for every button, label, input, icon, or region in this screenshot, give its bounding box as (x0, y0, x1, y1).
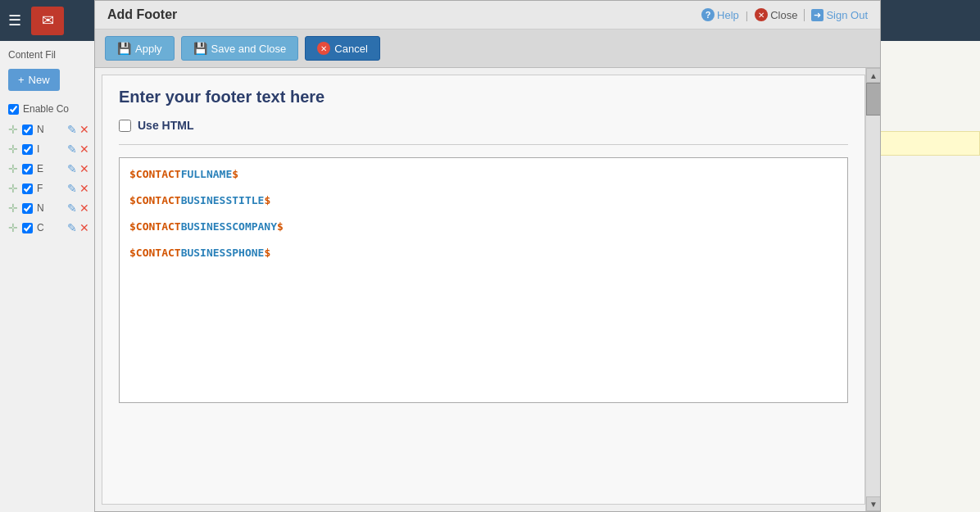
delete-icon-2[interactable]: ✕ (79, 143, 89, 156)
modal-scrollbar[interactable]: ▲ ▼ (865, 68, 880, 511)
use-html-checkbox[interactable] (119, 120, 131, 132)
sidebar-title: Content Fil (8, 49, 89, 61)
drag-icon: ✛ (8, 123, 18, 136)
modal-header: Add Footer ? Help | ✕ Close ➜ Sign Out (95, 1, 880, 29)
save-icon: 💾 (193, 42, 207, 55)
cancel-button[interactable]: ✕ Cancel (305, 36, 379, 61)
new-button[interactable]: + New (8, 69, 60, 91)
scroll-up-arrow[interactable]: ▲ (866, 68, 880, 83)
new-button-label: New (29, 74, 50, 86)
delete-icon-4[interactable]: ✕ (79, 182, 89, 195)
row-label-1: N (37, 124, 44, 135)
drag-icon: ✛ (8, 162, 18, 175)
row-checkbox-4[interactable] (22, 184, 33, 194)
list-item: ✛ N ✎ ✕ (8, 123, 89, 136)
apply-button[interactable]: 💾 Apply (105, 36, 175, 61)
drag-icon: ✛ (8, 182, 18, 195)
edit-icon-3[interactable]: ✎ (67, 162, 77, 175)
apply-label: Apply (135, 43, 162, 55)
separator: | (746, 9, 748, 21)
footer-editor-area[interactable]: $CONTACTFULLNAME$ $CONTACTBUSINESSTITLE$… (119, 157, 848, 403)
row-label-4: F (37, 183, 43, 194)
row-label-2: I (37, 143, 39, 155)
save-close-label: Save and Close (211, 43, 287, 55)
list-item: ✛ C ✎ ✕ (8, 221, 89, 234)
logo-icon: ✉ (31, 7, 64, 35)
modal-header-right: ? Help | ✕ Close ➜ Sign Out (701, 8, 868, 21)
apply-save-icon: 💾 (117, 42, 131, 55)
row-checkbox-3[interactable] (22, 164, 33, 174)
row-label-6: C (37, 222, 44, 233)
sign-out-link[interactable]: ➜ Sign Out (804, 9, 868, 21)
delete-icon-5[interactable]: ✕ (79, 202, 89, 215)
use-html-label[interactable]: Use HTML (138, 119, 193, 132)
help-link[interactable]: ? Help (701, 8, 739, 21)
save-and-close-button[interactable]: 💾 Save and Close (181, 36, 299, 61)
help-icon: ? (701, 8, 715, 21)
cancel-label: Cancel (334, 43, 367, 55)
list-item: ✛ F ✎ ✕ (8, 182, 89, 195)
edit-icon-2[interactable]: ✎ (67, 143, 77, 156)
scroll-down-arrow[interactable]: ▼ (866, 496, 880, 511)
footer-line-2: $CONTACTBUSINESSTITLE$ (129, 194, 837, 206)
enable-checkbox[interactable] (8, 104, 19, 115)
edit-icon-5[interactable]: ✎ (67, 202, 77, 215)
plus-icon: + (18, 74, 25, 86)
scroll-thumb[interactable] (866, 83, 880, 116)
edit-icon-1[interactable]: ✎ (67, 123, 77, 136)
row-label-3: E (37, 163, 43, 174)
row-checkbox-6[interactable] (22, 223, 33, 233)
list-item: ✛ I ✎ ✕ (8, 143, 89, 156)
modal-toolbar: 💾 Apply 💾 Save and Close ✕ Cancel (95, 29, 880, 68)
close-link[interactable]: ✕ Close (755, 8, 797, 21)
sidebar: Content Fil + New Enable Co ✛ N ✎ ✕ ✛ I … (0, 41, 98, 512)
delete-icon-3[interactable]: ✕ (79, 162, 89, 175)
drag-icon: ✛ (8, 202, 18, 215)
use-html-row: Use HTML (119, 119, 848, 145)
row-checkbox-1[interactable] (22, 125, 33, 135)
cancel-x-icon: ✕ (317, 42, 330, 55)
arrow-icon: ➜ (811, 9, 823, 21)
close-label: Close (770, 9, 797, 21)
modal-body: Enter your footer text here Use HTML $CO… (95, 68, 880, 511)
edit-icon-6[interactable]: ✎ (67, 221, 77, 234)
row-label-5: N (37, 202, 44, 214)
drag-icon: ✛ (8, 143, 18, 156)
footer-placeholder-text: Enter your footer text here (119, 88, 848, 106)
footer-line-3: $CONTACTBUSINESSCOMPANY$ (129, 220, 837, 233)
add-footer-modal: Add Footer ? Help | ✕ Close ➜ Sign Out 💾… (94, 0, 881, 512)
edit-icon-4[interactable]: ✎ (67, 182, 77, 195)
drag-icon: ✛ (8, 221, 18, 234)
delete-icon-6[interactable]: ✕ (79, 221, 89, 234)
modal-scroll-area[interactable]: Enter your footer text here Use HTML $CO… (102, 75, 865, 505)
list-item: ✛ N ✎ ✕ (8, 202, 89, 215)
modal-title: Add Footer (107, 7, 177, 22)
sign-out-label: Sign Out (826, 9, 868, 21)
enable-label: Enable Co (23, 103, 69, 115)
footer-line-4: $CONTACTBUSINESSPHONE$ (129, 247, 837, 259)
help-label: Help (717, 9, 739, 21)
enable-row: Enable Co (8, 103, 89, 115)
list-item: ✛ E ✎ ✕ (8, 162, 89, 175)
footer-line-1: $CONTACTFULLNAME$ (129, 168, 837, 180)
delete-icon-1[interactable]: ✕ (79, 123, 89, 136)
row-checkbox-5[interactable] (22, 203, 33, 214)
close-x-icon: ✕ (755, 8, 768, 21)
hamburger-icon[interactable]: ☰ (8, 11, 21, 29)
row-checkbox-2[interactable] (22, 144, 33, 155)
